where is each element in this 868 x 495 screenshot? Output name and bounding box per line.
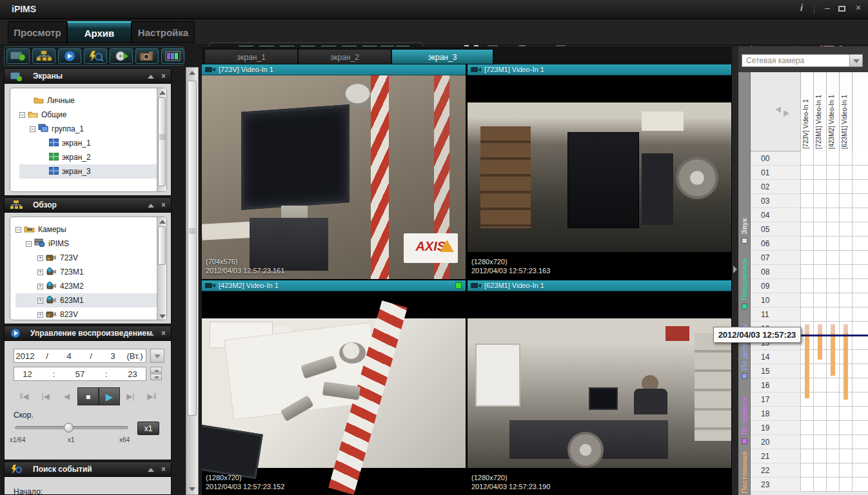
- screens-panel-title: Экраны: [33, 72, 63, 81]
- current-time-cursor[interactable]: [800, 335, 868, 336]
- snapshot-camera-icon[interactable]: [135, 48, 159, 64]
- screens-tree: Личные −Общие −группа_1 экран_1 экран_2 …: [10, 88, 167, 192]
- tree-item-cam-723m1[interactable]: +723M1: [15, 265, 166, 279]
- video-cell-423m2[interactable]: [423M2] Video-In 1 (1280x720) 2012/04/03…: [202, 280, 466, 495]
- overview-panel-header[interactable]: Обзор ×: [4, 197, 172, 213]
- events-panel-header[interactable]: Поиск событий ×: [4, 461, 172, 477]
- video-resolution: (704x576): [206, 257, 284, 266]
- time-field[interactable]: 12:57:23: [14, 367, 146, 381]
- video-cell-header: [723M1] Video-In 1: [468, 64, 731, 75]
- tree-item-cam-823v[interactable]: +ip823V: [15, 307, 166, 320]
- expand-box-icon[interactable]: +: [37, 312, 43, 318]
- speed-value-button[interactable]: x1: [137, 422, 159, 435]
- collapse-right-panel-icon[interactable]: [733, 266, 737, 273]
- title-bar: iPIMS i – ×: [0, 0, 868, 19]
- tree-item-screen3[interactable]: экран_3: [19, 164, 166, 179]
- close-icon[interactable]: ×: [161, 329, 166, 338]
- video-cell-723m1[interactable]: [723M1] Video-In 1 (1280x720) 2012/04/03…: [468, 64, 731, 279]
- collapse-icon[interactable]: [148, 332, 154, 336]
- tree-item-screen1[interactable]: экран_1: [19, 136, 166, 150]
- time-spinner[interactable]: [150, 367, 162, 381]
- date-dropdown-button[interactable]: [150, 349, 164, 363]
- speed-slider-handle[interactable]: [64, 423, 74, 432]
- collapse-icon[interactable]: [148, 468, 154, 472]
- event-start-label: Начало:: [14, 487, 43, 495]
- play-button[interactable]: ▶: [99, 387, 120, 405]
- event-search-icon[interactable]: [84, 48, 107, 64]
- frame-back-button[interactable]: |◀: [35, 387, 56, 405]
- info-button[interactable]: i: [794, 3, 809, 13]
- expand-box-icon[interactable]: +: [37, 255, 43, 261]
- expand-box-icon[interactable]: +: [37, 284, 43, 289]
- collapse-icon[interactable]: [148, 75, 154, 79]
- tab-view[interactable]: Просмотр: [8, 21, 67, 43]
- tab-archive[interactable]: Архив: [67, 21, 132, 43]
- jump-start-button[interactable]: ‖◀: [14, 387, 35, 405]
- step-back-button[interactable]: ◀: [56, 387, 77, 405]
- screen-tab-2[interactable]: экран_2: [298, 49, 391, 64]
- close-icon[interactable]: ×: [161, 72, 166, 81]
- playback-icon[interactable]: [58, 48, 81, 64]
- playback-panel-header[interactable]: Управление воспроизведением ×: [4, 325, 172, 341]
- camera-icon: [471, 282, 481, 289]
- screen-tab-3[interactable]: экран_3: [391, 49, 493, 64]
- video-cell-623m1[interactable]: [623M1] Video-In 1 (1280x720) 2012/04/03…: [468, 280, 731, 495]
- video-cell-723v[interactable]: [723V] Video-In 1 AXIS (704x576) 2012/04…: [202, 64, 466, 279]
- collapse-box-icon[interactable]: −: [26, 241, 32, 247]
- close-button[interactable]: ×: [851, 3, 865, 13]
- recording-bars-layer: [800, 151, 868, 492]
- display-bars-icon[interactable]: [161, 48, 184, 64]
- video-grid: [723V] Video-In 1 AXIS (704x576) 2012/04…: [202, 64, 732, 495]
- video-frame[interactable]: (1280x720) 2012/04/03 12:57:23.152: [202, 291, 466, 495]
- video-timestamp: 2012/04/03 12:57:23.190: [471, 482, 550, 491]
- tree-item-personal[interactable]: Личные: [19, 93, 166, 108]
- video-image: [468, 318, 731, 468]
- chevron-down-icon[interactable]: [849, 55, 862, 66]
- screens-panel-body: Личные −Общие −группа_1 экран_1 экран_2 …: [4, 84, 172, 196]
- user-monitor-icon[interactable]: [6, 48, 30, 64]
- stop-button[interactable]: ■: [77, 387, 99, 405]
- tab-settings[interactable]: Настройка: [132, 21, 195, 43]
- video-osd: (1280x720) 2012/04/03 12:57:23.152: [206, 473, 284, 491]
- date-field[interactable]: 2012/4/3(Вт.): [14, 349, 146, 363]
- hour-label: 02: [751, 180, 800, 194]
- collapse-box-icon[interactable]: −: [15, 227, 21, 233]
- tree-item-group1[interactable]: −группа_1: [19, 122, 166, 136]
- expand-box-icon[interactable]: +: [37, 298, 43, 304]
- tree-item-cameras[interactable]: −Камеры: [15, 222, 166, 237]
- recording-bar[interactable]: [831, 324, 835, 375]
- close-icon[interactable]: ×: [161, 465, 166, 474]
- video-frame[interactable]: (1280x720) 2012/04/03 12:57:23.190: [468, 291, 731, 495]
- maximize-button[interactable]: [838, 6, 845, 12]
- export-disc-icon[interactable]: [110, 48, 133, 64]
- collapse-box-icon[interactable]: −: [30, 126, 35, 132]
- video-frame[interactable]: AXIS (704x576) 2012/04/03 12:57:23.161: [202, 75, 466, 279]
- tree-item-shared[interactable]: −Общие: [19, 108, 166, 122]
- sidebar-scrollbar[interactable]: [186, 67, 199, 495]
- network-tree-icon[interactable]: [32, 48, 55, 64]
- tree-item-cam-423m2[interactable]: +423M2: [15, 279, 166, 293]
- tree-item-screen2[interactable]: экран_2: [19, 150, 166, 164]
- tree-item-server[interactable]: −iPIMS: [15, 237, 166, 251]
- refresh-icon[interactable]: [775, 106, 789, 117]
- tree-scrollbar[interactable]: [157, 88, 166, 192]
- screens-panel-header[interactable]: Экраны ×: [4, 68, 172, 84]
- tree-item-cam-623m1[interactable]: +623M1: [15, 293, 166, 307]
- tree-item-cam-723v[interactable]: +ip723V: [15, 251, 166, 265]
- expand-box-icon[interactable]: +: [37, 269, 43, 275]
- collapse-icon[interactable]: [148, 204, 154, 208]
- timeline-grid[interactable]: 0001020304050607080910111213141516171819…: [751, 151, 868, 492]
- video-frame[interactable]: (1280x720) 2012/04/03 12:57:23.163: [468, 75, 731, 279]
- video-timestamp: 2012/04/03 12:57:23.163: [471, 266, 550, 275]
- camera-select-dropdown[interactable]: Сетевая камера: [742, 54, 863, 67]
- tree-scrollbar[interactable]: [157, 217, 166, 320]
- close-icon[interactable]: ×: [161, 200, 166, 209]
- timeline-column-723v: [723V] Video-In 1: [800, 72, 813, 151]
- frame-forward-button[interactable]: ▶|: [120, 387, 141, 405]
- collapse-box-icon[interactable]: −: [19, 112, 25, 118]
- timeline[interactable]: [723V] Video-In 1 [723M1] Video-In 1 [42…: [750, 72, 868, 495]
- jump-end-button[interactable]: ▶‖: [141, 387, 163, 405]
- minimize-button[interactable]: –: [820, 3, 834, 13]
- recording-bar[interactable]: [818, 324, 822, 360]
- screen-tab-1[interactable]: экран_1: [204, 49, 298, 64]
